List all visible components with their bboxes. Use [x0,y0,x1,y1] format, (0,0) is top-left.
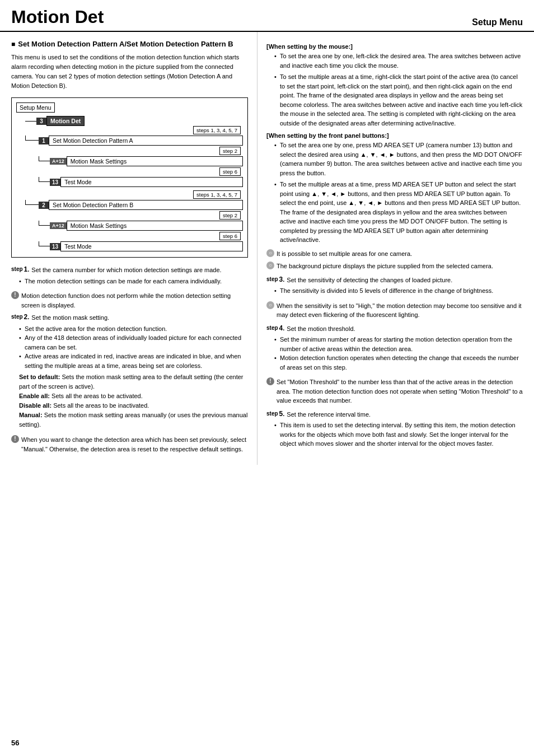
enable-all-text: Sets all the areas to be activated. [51,393,143,399]
step5-bullets: This item is used to set the detecting i… [274,421,523,449]
notice2-text: When you want to change the detection ar… [21,435,248,454]
step3-num: 3 [279,276,283,284]
page-content: Set Motion Detection Pattern A/Set Motio… [0,32,534,465]
step3-header: step 3 . Set the sensitivity of detectin… [266,276,523,285]
step1-num: 1 [24,265,28,274]
notice1-text: Motion detection function does not perfo… [21,291,248,310]
step2-label: step [11,313,23,321]
step5-dot: . [283,410,284,418]
step2-bullet-1: Set the active area for the motion detec… [19,324,248,334]
right-column: [When setting by the mouse:] To set the … [257,32,534,465]
step2a-badge: step 2 [219,147,241,155]
step3-text: Set the sensitivity of detecting the cha… [287,276,523,285]
tip1-block: ○ It is possible to set multiple areas f… [266,249,523,259]
step5-label: step [266,410,278,418]
page-header: Motion Det Setup Menu [0,0,534,32]
notice4-block: ! Set "Motion Threshold" to the number l… [266,377,523,405]
enable-all-label: Enable all: [19,393,50,399]
page-subtitle: Setup Menu [472,17,523,27]
step2-dot: . [27,313,29,321]
setup-menu-label: Setup Menu [16,102,243,116]
notice4-text: Set "Motion Threshold" to the number les… [277,377,523,405]
step5-header: step 5 . Set the reference interval time… [266,410,523,419]
panel-bullet-2: To set the multiple areas at a time, pre… [274,180,523,245]
step1-label: step [11,265,23,273]
item13-text-b: Test Mode [60,241,243,251]
step5-num: 5 [279,410,283,419]
item1-text: Set Motion Detection Pattern A [49,136,243,146]
step4-bullet-2: Motion detection function operates when … [274,353,523,372]
step4-bullets: Set the minimum number of areas for star… [274,335,523,372]
step5-text: Set the reference interval time. [287,410,523,419]
step5-bullet-1: This item is used to set the detecting i… [274,421,523,449]
item13-num-b: 13 [50,243,60,250]
section-heading: Set Motion Detection Pattern A/Set Motio… [11,40,248,48]
step2-section: step 2 . Set the motion mask setting. Se… [11,313,248,430]
step3-bullets: The sensitivity is divided into 5 levels… [274,286,523,296]
mouse-bullet-1: To set the area one by one, left-click t… [274,52,523,70]
step2-text: Set the motion mask setting. [31,313,248,323]
step2-options: Set to default: Sets the motion mask set… [19,372,248,430]
notice3-text: When the sensitivity is set to "High," t… [277,301,523,320]
tip2-icon: ○ [266,262,274,269]
steps-badge-1: steps 1, 3, 4, 5, 7 [193,126,241,134]
item1-num: 1 [39,137,49,144]
step3-dot: . [283,276,284,284]
item2-text: Set Motion Detection Pattern B [49,200,243,210]
manual-label: Manual: [19,412,43,418]
step3-label: step [266,276,278,283]
item13-num-a: 13 [50,179,60,186]
mouse-bullet-2: To set the multiple areas at a time, rig… [274,72,523,128]
item-a12-num-b: A+12 [50,222,67,229]
step2-num: 2 [24,313,28,322]
tip2-text: The background picture displays the pict… [277,262,493,271]
item-a12-text-a: Motion Mask Settings [67,156,243,166]
step1-header: step 1 . Set the camera number for which… [11,265,248,275]
step5-section: step 5 . Set the reference interval time… [266,410,523,449]
step4-section: step 4 . Set the motion threshold. Set t… [266,324,523,372]
panel-bullet-1: To set the area one by one, press MD ARE… [274,141,523,178]
notice1-block: ! Motion detection function does not per… [11,291,248,310]
step4-text: Set the motion threshold. [287,324,523,334]
tip1-icon: ○ [266,249,274,257]
notice1-icon: ! [11,291,19,299]
node3-num: 3 [36,118,46,125]
step4-dot: . [283,324,284,333]
step1-section: step 1 . Set the camera number for which… [11,265,248,286]
disable-all-label: Disable all: [19,402,51,409]
notice2-icon: ! [11,435,19,443]
panel-heading: [When setting by the front panel buttons… [266,132,523,139]
item2-num: 2 [39,202,49,209]
step4-header: step 4 . Set the motion threshold. [266,324,523,334]
step4-num: 4 [279,324,283,333]
section-title-text: Set Motion Detection Pattern A/Set Motio… [18,40,233,48]
step2-bullets: Set the active area for the motion detec… [19,324,248,371]
notice4-icon: ! [266,377,274,385]
manual-text: Sets the motion mask setting areas manua… [19,412,247,428]
page-number: 56 [11,739,19,747]
step2b-badge: step 2 [219,211,241,220]
step2-header: step 2 . Set the motion mask setting. [11,313,248,323]
mouse-bullets: To set the area one by one, left-click t… [274,52,523,128]
step1-bullet-1: The motion detection settings can be mad… [19,277,248,286]
panel-bullets: To set the area one by one, press MD ARE… [274,141,523,245]
item-a12-num-a: A+12 [50,158,67,165]
step1-text: Set the camera number for which motion d… [31,265,248,275]
step3-section: step 3 . Set the sensitivity of detectin… [266,276,523,296]
menu-diagram: Setup Menu 3 Motion Det steps 1, 3, 4, 5… [11,97,248,258]
notice3-icon: ○ [266,301,274,309]
step4-label: step [266,324,278,332]
item13-text-a: Test Mode [60,177,243,187]
step3-bullet-1: The sensitivity is divided into 5 levels… [274,286,523,296]
page-title: Motion Det [11,7,104,27]
tip1-text: It is possible to set multiple areas for… [277,249,412,259]
notice2-block: ! When you want to change the detection … [11,435,248,454]
step1-dot: . [27,265,29,274]
step6a-badge: step 6 [219,167,241,176]
mouse-heading: [When setting by the mouse:] [266,43,523,50]
step6b-badge: step 6 [219,232,241,240]
notice3-block: ○ When the sensitivity is set to "High,"… [266,301,523,320]
step1-bullets: The motion detection settings can be mad… [19,277,248,286]
left-column: Set Motion Detection Pattern A/Set Motio… [0,32,257,465]
tip2-block: ○ The background picture displays the pi… [266,262,523,271]
